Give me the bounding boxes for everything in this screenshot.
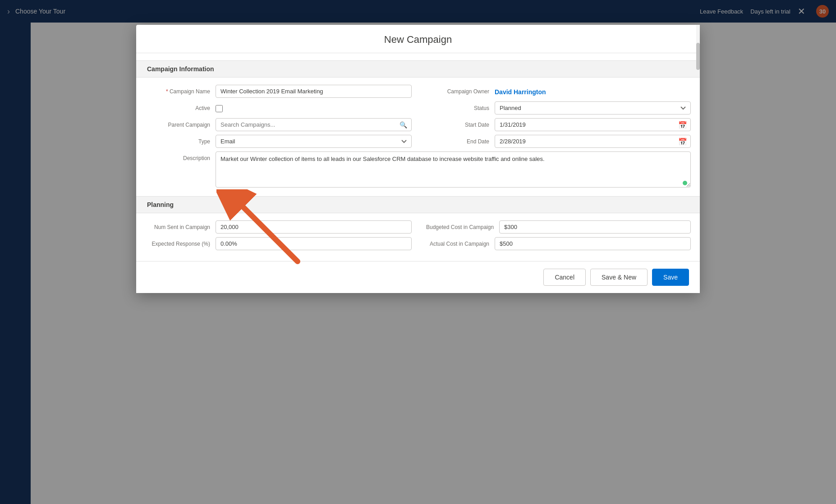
- parent-campaign-label: Parent Campaign: [147, 118, 210, 128]
- budgeted-cost-label: Budgeted Cost in Campaign: [426, 220, 494, 230]
- campaign-info-section-header: Campaign Information: [136, 60, 700, 78]
- end-date-row: End Date 📅: [426, 135, 691, 148]
- num-sent-control: [216, 220, 412, 234]
- type-label: Type: [147, 135, 210, 145]
- status-select[interactable]: Planned In Progress Completed Aborted: [495, 101, 691, 115]
- end-date-input[interactable]: [495, 135, 691, 148]
- active-checkbox-wrapper: [216, 101, 412, 112]
- parent-campaign-input[interactable]: [216, 118, 412, 131]
- expected-response-control: [216, 237, 412, 250]
- start-date-wrapper: 📅: [495, 118, 691, 131]
- start-date-label: Start Date: [426, 118, 489, 128]
- planning-section-header: Planning: [136, 196, 700, 213]
- campaign-name-input[interactable]: [216, 85, 412, 98]
- search-icon: 🔍: [400, 121, 407, 128]
- budgeted-cost-row: Budgeted Cost in Campaign: [426, 220, 691, 234]
- campaign-name-row: Campaign Name: [147, 85, 412, 98]
- campaign-name-control: [216, 85, 412, 98]
- planning-grid-row1: Num Sent in Campaign Budgeted Cost in Ca…: [147, 220, 691, 234]
- form-grid-row4: Type Email Direct Mail Banner Ads Webina…: [147, 135, 691, 148]
- parent-campaign-row: Parent Campaign 🔍: [147, 118, 412, 131]
- form-grid-row3: Parent Campaign 🔍 Start Date 📅: [147, 118, 691, 131]
- description-textarea[interactable]: Market our Winter collection of items to…: [216, 151, 691, 188]
- save-and-new-button[interactable]: Save & New: [590, 269, 648, 286]
- budgeted-cost-input[interactable]: [499, 220, 691, 234]
- type-select[interactable]: Email Direct Mail Banner Ads Webinar Con…: [216, 135, 412, 148]
- description-control: Market our Winter collection of items to…: [216, 151, 691, 189]
- planning-grid-row2: Expected Response (%) Actual Cost in Cam…: [147, 237, 691, 250]
- campaign-owner-label: Campaign Owner: [426, 85, 489, 95]
- end-date-control: 📅: [495, 135, 691, 148]
- active-checkbox[interactable]: [216, 105, 223, 112]
- num-sent-label: Num Sent in Campaign: [147, 220, 210, 230]
- description-label: Description: [147, 151, 210, 161]
- expected-response-input[interactable]: [216, 237, 412, 250]
- actual-cost-input[interactable]: [495, 237, 691, 250]
- parent-campaign-control: 🔍: [216, 118, 412, 131]
- start-date-row: Start Date 📅: [426, 118, 691, 131]
- modal-title: New Campaign: [147, 34, 689, 46]
- green-dot-indicator: [683, 181, 687, 185]
- status-row: Status Planned In Progress Completed Abo…: [426, 101, 691, 115]
- modal-footer: Cancel Save & New Save: [136, 261, 700, 293]
- actual-cost-row: Actual Cost in Campaign: [426, 237, 691, 250]
- campaign-owner-value: David Harrington: [495, 85, 691, 96]
- actual-cost-control: [495, 237, 691, 250]
- active-row: Active: [147, 101, 412, 115]
- start-date-input[interactable]: [495, 118, 691, 131]
- active-control: [216, 101, 412, 112]
- campaign-owner-row: Campaign Owner David Harrington: [426, 85, 691, 98]
- end-date-calendar-icon[interactable]: 📅: [678, 137, 687, 146]
- expected-response-row: Expected Response (%): [147, 237, 412, 250]
- type-control: Email Direct Mail Banner Ads Webinar Con…: [216, 135, 412, 148]
- modal-body: Campaign Information Campaign Name Campa…: [136, 53, 700, 261]
- save-button[interactable]: Save: [652, 269, 689, 286]
- actual-cost-label: Actual Cost in Campaign: [426, 237, 489, 247]
- description-row: Description Market our Winter collection…: [147, 151, 691, 189]
- start-date-calendar-icon[interactable]: 📅: [678, 120, 687, 129]
- budgeted-cost-control: [499, 220, 691, 234]
- type-row: Type Email Direct Mail Banner Ads Webina…: [147, 135, 412, 148]
- campaign-owner-control: David Harrington: [495, 85, 691, 96]
- new-campaign-modal: New Campaign Campaign Information Campai…: [136, 25, 700, 293]
- form-grid-row2: Active Status Planned In Progress Comple…: [147, 101, 691, 115]
- campaign-name-label: Campaign Name: [147, 85, 210, 95]
- scroll-thumb[interactable]: [696, 43, 700, 70]
- active-label: Active: [147, 101, 210, 111]
- end-date-wrapper: 📅: [495, 135, 691, 148]
- end-date-label: End Date: [426, 135, 489, 145]
- num-sent-input[interactable]: [216, 220, 412, 234]
- expected-response-label: Expected Response (%): [147, 237, 210, 247]
- scroll-indicator[interactable]: [696, 25, 700, 53]
- form-grid-row1: Campaign Name Campaign Owner David Harri…: [147, 85, 691, 98]
- parent-campaign-search-wrapper: 🔍: [216, 118, 412, 131]
- cancel-button[interactable]: Cancel: [543, 269, 586, 286]
- status-control: Planned In Progress Completed Aborted: [495, 101, 691, 115]
- status-label: Status: [426, 101, 489, 111]
- start-date-control: 📅: [495, 118, 691, 131]
- modal-header: New Campaign: [136, 25, 700, 53]
- num-sent-row: Num Sent in Campaign: [147, 220, 412, 234]
